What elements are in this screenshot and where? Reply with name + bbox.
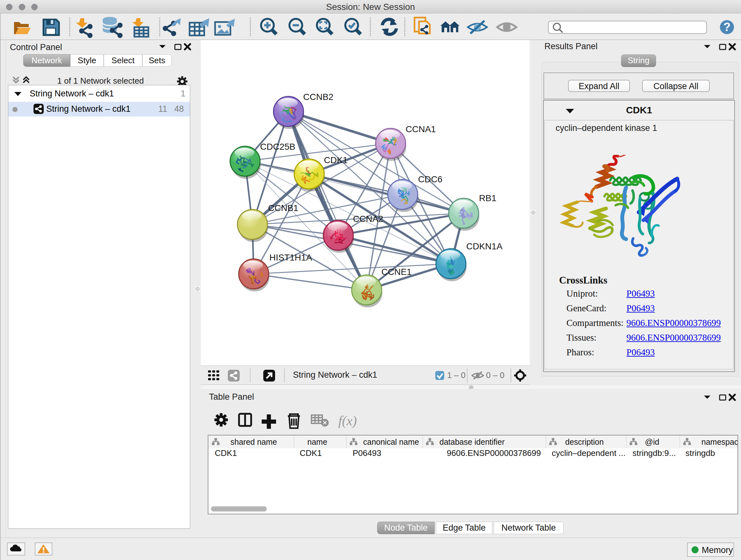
svg-text:CCNA1: CCNA1 [406, 124, 436, 134]
svg-text:@id: @id [645, 437, 659, 446]
svg-text:name: name [307, 437, 327, 446]
svg-text:CCNA2: CCNA2 [353, 214, 383, 224]
svg-text:description: description [565, 437, 604, 446]
svg-text:CDC6: CDC6 [418, 174, 442, 184]
svg-text:HIST1H1A: HIST1H1A [269, 253, 312, 262]
svg-text:namespace: namespace [701, 437, 738, 446]
svg-text:CDKN1A: CDKN1A [466, 241, 502, 251]
svg-text:database identifier: database identifier [440, 437, 504, 446]
svg-text:CCNB2: CCNB2 [303, 92, 333, 102]
svg-text:canonical name: canonical name [363, 437, 419, 446]
svg-text:CDC25B: CDC25B [260, 142, 295, 152]
svg-text:shared name: shared name [230, 437, 277, 446]
svg-text:CDK1: CDK1 [324, 155, 348, 165]
svg-text:CCNE1: CCNE1 [381, 267, 412, 277]
svg-text:CCNB1: CCNB1 [268, 203, 298, 213]
svg-text:RB1: RB1 [479, 193, 496, 203]
svg-text:?: ? [724, 20, 731, 34]
svg-text:f(x): f(x) [338, 414, 357, 428]
